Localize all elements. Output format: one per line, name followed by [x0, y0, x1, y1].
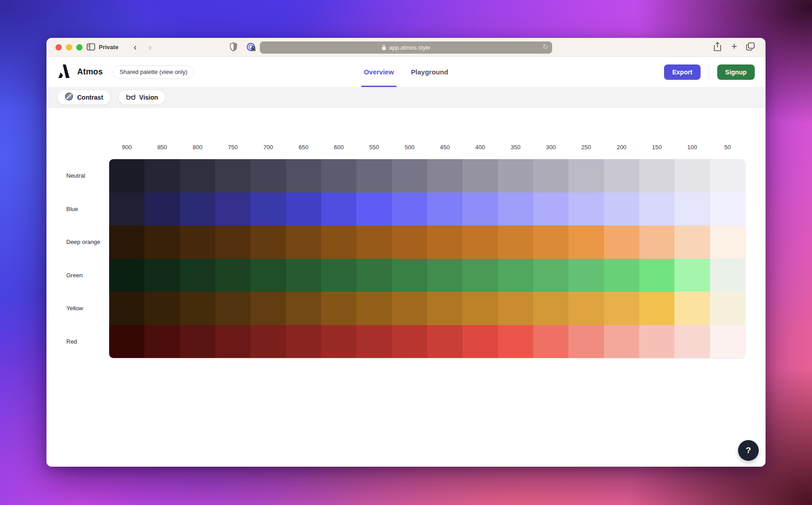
- share-icon[interactable]: [714, 42, 721, 53]
- swatch-red-450[interactable]: [427, 325, 462, 358]
- swatch-red-400[interactable]: [462, 325, 498, 358]
- swatch-blue-50[interactable]: [710, 193, 745, 226]
- swatch-blue-250[interactable]: [568, 193, 604, 226]
- swatch-green-550[interactable]: [356, 259, 392, 292]
- swatch-neutral-900[interactable]: [109, 159, 144, 193]
- swatch-yellow-600[interactable]: [321, 292, 356, 325]
- swatch-yellow-350[interactable]: [498, 292, 533, 325]
- swatch-red-250[interactable]: [568, 325, 604, 358]
- swatch-neutral-700[interactable]: [250, 159, 286, 193]
- swatch-neutral-800[interactable]: [180, 159, 215, 193]
- swatch-deep-orange-700[interactable]: [250, 225, 286, 259]
- swatch-blue-900[interactable]: [109, 193, 144, 226]
- swatch-red-750[interactable]: [215, 325, 250, 358]
- minimize-window-button[interactable]: [66, 44, 72, 50]
- swatch-blue-400[interactable]: [462, 193, 498, 226]
- swatch-deep-orange-800[interactable]: [180, 225, 215, 259]
- swatch-deep-orange-400[interactable]: [462, 225, 498, 259]
- swatch-blue-550[interactable]: [356, 193, 392, 226]
- swatch-yellow-200[interactable]: [604, 292, 639, 325]
- swatch-neutral-200[interactable]: [604, 159, 639, 193]
- tab-overview[interactable]: Overview: [364, 57, 394, 87]
- swatch-green-300[interactable]: [533, 259, 568, 292]
- swatch-yellow-300[interactable]: [533, 292, 568, 325]
- swatch-deep-orange-650[interactable]: [286, 225, 321, 259]
- swatch-blue-750[interactable]: [215, 193, 250, 226]
- swatch-neutral-600[interactable]: [321, 159, 356, 193]
- swatch-yellow-550[interactable]: [356, 292, 392, 325]
- swatch-yellow-650[interactable]: [286, 292, 321, 325]
- swatch-yellow-750[interactable]: [215, 292, 250, 325]
- maximize-window-button[interactable]: [76, 44, 83, 50]
- swatch-blue-350[interactable]: [498, 193, 533, 226]
- swatch-deep-orange-350[interactable]: [498, 225, 533, 259]
- swatch-blue-450[interactable]: [427, 193, 462, 226]
- swatch-neutral-100[interactable]: [674, 159, 710, 193]
- swatch-blue-100[interactable]: [674, 193, 710, 226]
- swatch-yellow-150[interactable]: [639, 292, 674, 325]
- swatch-red-700[interactable]: [250, 325, 286, 358]
- export-button[interactable]: Export: [664, 64, 700, 80]
- swatch-deep-orange-600[interactable]: [321, 225, 356, 259]
- swatch-blue-650[interactable]: [286, 193, 321, 226]
- signup-button[interactable]: Signup: [717, 64, 755, 80]
- swatch-deep-orange-750[interactable]: [215, 225, 250, 259]
- swatch-yellow-50[interactable]: [710, 292, 745, 325]
- swatch-green-850[interactable]: [144, 259, 180, 292]
- swatch-blue-700[interactable]: [250, 193, 286, 226]
- swatch-neutral-650[interactable]: [286, 159, 321, 193]
- swatch-yellow-250[interactable]: [568, 292, 604, 325]
- swatch-green-100[interactable]: [674, 259, 710, 292]
- swatch-red-200[interactable]: [604, 325, 639, 358]
- swatch-deep-orange-200[interactable]: [604, 225, 639, 259]
- vision-button[interactable]: Vision: [119, 90, 166, 105]
- swatch-deep-orange-300[interactable]: [533, 225, 568, 259]
- contrast-button[interactable]: Contrast: [57, 90, 111, 105]
- swatch-blue-150[interactable]: [639, 193, 674, 226]
- swatch-deep-orange-900[interactable]: [109, 225, 144, 259]
- swatch-green-700[interactable]: [250, 259, 286, 292]
- address-bar[interactable]: app.atmos.style ↻: [260, 41, 552, 54]
- tab-playground[interactable]: Playground: [411, 57, 448, 87]
- swatch-green-600[interactable]: [321, 259, 356, 292]
- swatch-red-50[interactable]: [710, 325, 745, 358]
- close-window-button[interactable]: [55, 44, 62, 50]
- swatch-neutral-400[interactable]: [462, 159, 498, 193]
- swatch-yellow-900[interactable]: [109, 292, 144, 325]
- swatch-red-850[interactable]: [144, 325, 180, 358]
- swatch-red-100[interactable]: [674, 325, 710, 358]
- swatch-yellow-400[interactable]: [462, 292, 498, 325]
- shield-icon[interactable]: [230, 42, 237, 53]
- swatch-green-350[interactable]: [498, 259, 533, 292]
- swatch-green-150[interactable]: [639, 259, 674, 292]
- swatch-neutral-450[interactable]: [427, 159, 462, 193]
- swatch-deep-orange-550[interactable]: [356, 225, 392, 259]
- swatch-red-350[interactable]: [498, 325, 533, 358]
- swatch-blue-800[interactable]: [180, 193, 215, 226]
- swatch-deep-orange-150[interactable]: [639, 225, 674, 259]
- swatch-deep-orange-50[interactable]: [710, 225, 745, 259]
- swatch-yellow-800[interactable]: [180, 292, 215, 325]
- swatch-blue-850[interactable]: [144, 193, 180, 226]
- swatch-yellow-500[interactable]: [392, 292, 427, 325]
- swatch-yellow-450[interactable]: [427, 292, 462, 325]
- sidebar-toggle-icon[interactable]: [87, 43, 95, 52]
- forward-button[interactable]: ›: [148, 41, 152, 52]
- tab-overview-icon[interactable]: [746, 42, 755, 52]
- swatch-blue-600[interactable]: [321, 193, 356, 226]
- swatch-neutral-350[interactable]: [498, 159, 533, 193]
- help-button[interactable]: ?: [738, 440, 759, 461]
- swatch-blue-300[interactable]: [533, 193, 568, 226]
- swatch-neutral-150[interactable]: [639, 159, 674, 193]
- swatch-green-900[interactable]: [109, 259, 144, 292]
- swatch-deep-orange-100[interactable]: [674, 225, 710, 259]
- swatch-green-50[interactable]: [710, 259, 745, 292]
- swatch-neutral-850[interactable]: [144, 159, 180, 193]
- swatch-red-500[interactable]: [392, 325, 427, 358]
- swatch-neutral-500[interactable]: [392, 159, 427, 193]
- swatch-red-900[interactable]: [109, 325, 144, 358]
- swatch-green-400[interactable]: [462, 259, 498, 292]
- swatch-blue-200[interactable]: [604, 193, 639, 226]
- swatch-blue-500[interactable]: [392, 193, 427, 226]
- swatch-yellow-850[interactable]: [144, 292, 180, 325]
